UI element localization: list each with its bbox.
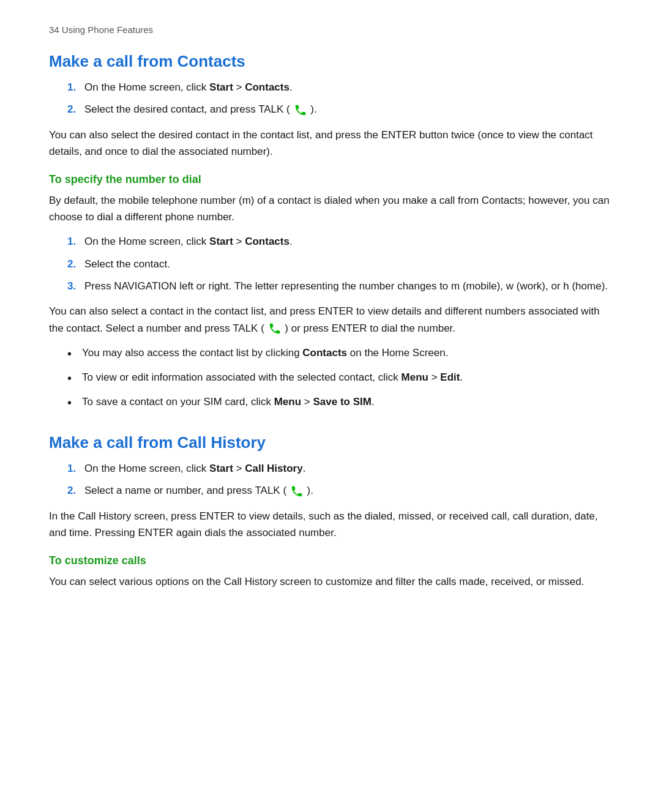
- subsection-customize: To customize calls You can select variou…: [49, 554, 612, 590]
- bullet-dot-3: •: [67, 394, 76, 411]
- step-num-2: 2.: [67, 102, 80, 117]
- subsection-customize-title: To customize calls: [49, 554, 612, 567]
- specify-step-1: 1. On the Home screen, click Start > Con…: [67, 234, 612, 250]
- subsection-specify-title: To specify the number to dial: [49, 173, 612, 186]
- history-steps-list: 1. On the Home screen, click Start > Cal…: [67, 461, 612, 499]
- specify-step-num-1: 1.: [67, 234, 80, 250]
- contacts-body1: You can also select the desired contact …: [49, 127, 612, 160]
- page-container: 34 Using Phone Features Make a call from…: [49, 24, 612, 590]
- history-step-2-text: Select a name or number, and press TALK …: [84, 483, 313, 499]
- history-body1: In the Call History screen, press ENTER …: [49, 508, 612, 541]
- specify-step-3: 3. Press NAVIGATION left or right. The l…: [67, 278, 612, 294]
- section-contacts: Make a call from Contacts 1. On the Home…: [49, 52, 612, 411]
- specify-step-2-text: Select the contact.: [84, 256, 170, 272]
- bullet-dot-2: •: [67, 370, 76, 387]
- bullet-dot-1: •: [67, 345, 76, 362]
- subsection-customize-body: You can select various options on the Ca…: [49, 573, 612, 590]
- history-step-2: 2. Select a name or number, and press TA…: [67, 483, 612, 499]
- specify-steps-list: 1. On the Home screen, click Start > Con…: [67, 234, 612, 294]
- contacts-steps-list: 1. On the Home screen, click Start > Con…: [67, 80, 612, 118]
- history-step-1: 1. On the Home screen, click Start > Cal…: [67, 461, 612, 477]
- history-step-1-text: On the Home screen, click Start > Call H…: [84, 461, 305, 477]
- specify-step-3-text: Press NAVIGATION left or right. The lett…: [84, 278, 608, 294]
- contacts-step-1: 1. On the Home screen, click Start > Con…: [67, 80, 612, 95]
- bullet-3-text: To save a contact on your SIM card, clic…: [82, 394, 375, 410]
- specify-step-1-text: On the Home screen, click Start > Contac…: [84, 234, 293, 250]
- page-header: 34 Using Phone Features: [49, 24, 612, 35]
- section-call-history: Make a call from Call History 1. On the …: [49, 433, 612, 590]
- history-step-num-2: 2.: [67, 483, 80, 499]
- bullet-2: • To view or edit information associated…: [67, 370, 612, 387]
- specify-step-num-3: 3.: [67, 278, 80, 294]
- step-num-1: 1.: [67, 80, 80, 95]
- bullet-1-text: You may also access the contact list by …: [82, 345, 448, 361]
- specify-step-num-2: 2.: [67, 256, 80, 272]
- subsection-body2: You can also select a contact in the con…: [49, 303, 612, 336]
- bullet-2-text: To view or edit information associated w…: [82, 370, 463, 386]
- talk-icon-2: [268, 322, 282, 335]
- subsection-specify-body: By default, the mobile telephone number …: [49, 192, 612, 225]
- history-step-num-1: 1.: [67, 461, 80, 477]
- bullet-3: • To save a contact on your SIM card, cl…: [67, 394, 612, 411]
- bullet-1: • You may also access the contact list b…: [67, 345, 612, 362]
- step-2-text: Select the desired contact, and press TA…: [84, 102, 317, 117]
- subsection-specify: To specify the number to dial By default…: [49, 173, 612, 411]
- talk-icon-1: [294, 103, 307, 117]
- talk-icon-3: [290, 485, 304, 498]
- contacts-step-2: 2. Select the desired contact, and press…: [67, 102, 612, 117]
- section-history-title: Make a call from Call History: [49, 433, 612, 452]
- section-contacts-title: Make a call from Contacts: [49, 52, 612, 71]
- step-1-text: On the Home screen, click Start > Contac…: [84, 80, 293, 95]
- specify-step-2: 2. Select the contact.: [67, 256, 612, 272]
- subsection-bullets: • You may also access the contact list b…: [67, 345, 612, 411]
